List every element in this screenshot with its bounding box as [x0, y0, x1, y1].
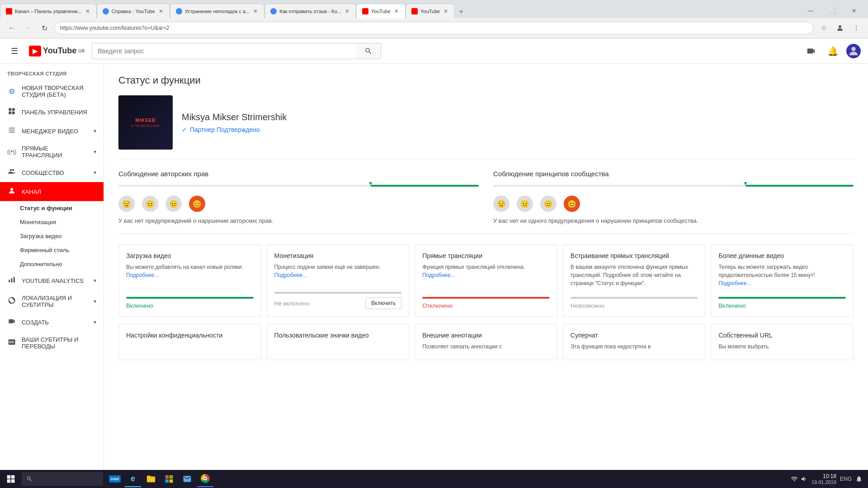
tab-4[interactable]: Как отправить отзыв - Ко... ✕ — [264, 4, 356, 18]
sidebar-subitem-monetization[interactable]: Монетизация — [0, 215, 104, 229]
tab-2-close[interactable]: ✕ — [158, 7, 164, 15]
user-avatar[interactable] — [846, 44, 861, 58]
localization-icon — [7, 296, 16, 306]
tab-3[interactable]: Устранение неполадок с а... ✕ — [170, 4, 264, 18]
tab-2[interactable]: Справка - YouTube ✕ — [97, 4, 170, 18]
copyright-faces: 😟 😐 😐 😊 — [118, 196, 479, 212]
sidebar-item-community[interactable]: СООБЩЕСТВО ▾ — [0, 163, 104, 182]
taskbar-store-icon[interactable] — [161, 471, 177, 487]
monetization-footer: Не включено Включить — [274, 297, 402, 309]
monetization-enable-button[interactable]: Включить — [365, 297, 401, 309]
sidebar-item-video-manager[interactable]: МЕНЕДЖЕР ВИДЕО ▾ — [0, 122, 104, 141]
tab-6-close[interactable]: ✕ — [443, 7, 449, 15]
sidebar-subitem-branding[interactable]: Фирменный стиль — [0, 243, 104, 257]
clock-time: 10:18 — [823, 473, 836, 479]
taskbar-edge-icon[interactable]: e — [125, 471, 141, 487]
svg-rect-21 — [165, 479, 169, 483]
new-tab-button[interactable]: + — [455, 5, 467, 18]
main-area: ТВОРЧЕСКАЯ СТУДИЯ ⚙ НОВАЯ ТВОРЧЕСКАЯ СТУ… — [0, 64, 868, 488]
minimize-button[interactable]: — — [800, 4, 821, 18]
tab-6[interactable]: YouTube ✕ — [406, 4, 455, 18]
nav-icons: ☆ ⋮ — [817, 22, 863, 34]
feature-card-monetization-title: Монетизация — [274, 252, 402, 259]
feature-card-long-videos-desc: Теперь вы можете загружать видео продолж… — [718, 263, 846, 291]
feature-card-thumbnails-title: Пользовательские значки видео — [274, 332, 402, 339]
taskbar-intel-icon[interactable]: intel — [107, 471, 123, 487]
sidebar-item-video-manager-label: МЕНЕДЖЕР ВИДЕО — [22, 128, 88, 135]
feature-card-embed-live-desc: В вашем аккаунте отключена функция прямы… — [571, 263, 698, 291]
sidebar-subitem-upload[interactable]: Загрузка видео — [0, 229, 104, 243]
feature-card-annotations: Внешние аннотации Позволяет связать анно… — [415, 324, 557, 360]
sidebar-subitem-status[interactable]: Статус и функции — [0, 201, 104, 215]
notification-area-icon[interactable] — [855, 475, 863, 483]
sidebar-item-new-studio[interactable]: ⚙ НОВАЯ ТВОРЧЕСКАЯ СТУДИЯ (БЕТА) — [0, 80, 104, 103]
channel-icon — [7, 187, 16, 197]
taskbar-explorer-icon[interactable] — [143, 471, 159, 487]
svg-point-1 — [851, 47, 855, 51]
feature-card-privacy: Настройки конфиденциальности — [118, 324, 261, 360]
notification-bell-icon[interactable]: 🔔 — [825, 43, 841, 59]
youtube-header: ☰ ▶ YouTubeUA 🔔 — [0, 38, 868, 64]
sidebar-item-localization-label: ЛОКАЛИЗАЦИЯ И СУБТИТРЫ — [22, 295, 88, 308]
svg-rect-4 — [9, 112, 11, 114]
reload-button[interactable]: ↻ — [38, 22, 51, 34]
close-button[interactable]: ✕ — [844, 4, 864, 18]
svg-point-0 — [839, 25, 841, 28]
subtitles-icon — [7, 338, 16, 348]
search-input[interactable] — [92, 43, 356, 59]
monetization-link[interactable]: Подробнее... — [274, 272, 307, 278]
localization-chevron-icon: ▾ — [94, 298, 96, 305]
checkmark-icon: ✓ — [182, 126, 187, 133]
tab-5-close[interactable]: ✕ — [393, 7, 400, 15]
svg-rect-13 — [11, 278, 13, 282]
start-button[interactable] — [0, 470, 22, 488]
feature-card-custom-url-desc: Вы можете выбрать — [718, 343, 846, 351]
sidebar-item-subtitles[interactable]: ВАШИ СУБТИТРЫ И ПЕРЕВОДЫ — [0, 332, 104, 354]
video-camera-icon[interactable] — [803, 43, 819, 59]
sidebar-item-analytics[interactable]: YOUTUBE ANALYTICS ▾ — [0, 271, 104, 290]
feature-card-privacy-title: Настройки конфиденциальности — [126, 332, 254, 339]
search-button[interactable] — [356, 43, 381, 59]
tab-1-label: Канал – Панель управлени... — [15, 9, 82, 14]
tab-4-close[interactable]: ✕ — [344, 7, 350, 15]
back-button[interactable]: ← — [5, 22, 18, 34]
com-face-1: 😟 — [493, 196, 509, 212]
face-good: 😊 — [189, 196, 205, 212]
taskbar-search[interactable] — [22, 472, 103, 486]
bookmark-icon[interactable]: ☆ — [817, 22, 830, 34]
sidebar-item-localization[interactable]: ЛОКАЛИЗАЦИЯ И СУБТИТРЫ ▾ — [0, 290, 104, 313]
tab-5[interactable]: YouTube ✕ — [356, 4, 406, 18]
com-face-good: 😊 — [564, 196, 580, 212]
svg-rect-16 — [11, 475, 15, 479]
taskbar-chrome-icon[interactable] — [197, 471, 213, 487]
sidebar-subitem-advanced[interactable]: Дополнительно — [0, 257, 104, 271]
tab-4-label: Как отправить отзыв - Ко... — [279, 9, 341, 14]
hamburger-menu-icon[interactable]: ☰ — [7, 42, 22, 60]
feature-card-annotations-title: Внешние аннотации — [422, 332, 550, 339]
taskbar-mail-icon[interactable] — [179, 471, 195, 487]
sidebar-item-create[interactable]: СОЗДАТЬ ▾ — [0, 313, 104, 332]
sidebar-item-create-label: СОЗДАТЬ — [22, 319, 88, 326]
forward-button[interactable]: → — [22, 22, 34, 34]
address-bar[interactable]: https://www.youtube.com/features?o=U&ar=… — [54, 22, 814, 34]
dashboard-icon — [7, 107, 16, 117]
youtube-logo[interactable]: ▶ YouTubeUA — [29, 46, 85, 56]
maximize-button[interactable]: ⬜ — [822, 4, 843, 18]
long-videos-footer: Включено — [718, 302, 846, 309]
tab-1[interactable]: Канал – Панель управлени... ✕ — [0, 4, 97, 18]
tab-1-close[interactable]: ✕ — [85, 7, 91, 15]
create-chevron-icon: ▾ — [94, 319, 96, 325]
tab-3-close[interactable]: ✕ — [252, 7, 259, 15]
embed-live-footer: Невозможно — [571, 302, 698, 309]
sidebar-item-live[interactable]: ((•)) ПРЯМЫЕ ТРАНСЛЯЦИИ ▾ — [0, 141, 104, 163]
svg-rect-5 — [12, 112, 15, 114]
channel-name: Miksya Mikser Strimershik — [182, 112, 287, 122]
live-link[interactable]: Подробнее... — [422, 272, 455, 278]
user-profile-icon[interactable] — [834, 22, 846, 34]
upload-video-link[interactable]: Подробнее... — [126, 272, 159, 278]
sidebar-item-channel[interactable]: КАНАЛ — [0, 182, 104, 201]
sidebar-item-dashboard[interactable]: ПАНЕЛЬ УПРАВЛЕНИЯ — [0, 103, 104, 122]
long-videos-link[interactable]: Подробнее... — [718, 280, 751, 286]
clock[interactable]: 10:18 19.01.2019 — [811, 473, 836, 485]
more-options-icon[interactable]: ⋮ — [850, 22, 863, 34]
